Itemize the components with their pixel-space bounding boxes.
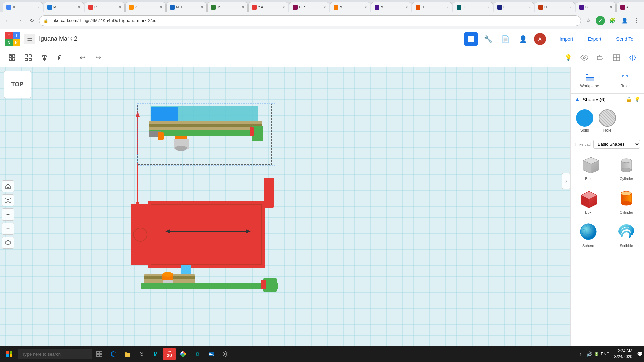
lang-label: ENG [601, 352, 610, 356]
tab-tr[interactable]: Tr × [3, 2, 43, 12]
notification-button[interactable]: 💬 [637, 351, 643, 357]
undo-button[interactable]: ↩ [75, 51, 89, 64]
svg-rect-3 [471, 39, 474, 42]
tab-h[interactable]: H × [412, 2, 452, 12]
extension-check-button[interactable]: ✓ [596, 16, 605, 25]
calendar-icon[interactable]: 20 20 [163, 348, 176, 360]
back-button[interactable]: ← [3, 16, 12, 25]
shape-item-cylinder-orange[interactable]: Cylinder [609, 185, 644, 216]
tab-m1[interactable]: M × [44, 2, 84, 12]
tab-c1[interactable]: C × [453, 2, 493, 12]
zoom-in-button[interactable]: + [2, 208, 14, 221]
shape-category-select[interactable]: Basic Shapes [593, 140, 640, 149]
tab-f[interactable]: F × [494, 2, 534, 12]
add-user-button[interactable]: 👤 [517, 32, 530, 46]
malwarebytes-icon[interactable]: M [149, 347, 162, 361]
shapes-row-2: Box [571, 185, 644, 216]
view-icon[interactable] [578, 52, 590, 64]
refresh-button[interactable]: ↻ [27, 16, 36, 25]
extensions-button[interactable]: 🧩 [608, 16, 617, 25]
system-tray: ↑↓ 🔊 🔋 ENG 2:24 AM 8/24/2020 💬 [580, 348, 643, 360]
taskview-button[interactable] [93, 347, 106, 361]
export-button[interactable]: Export [582, 34, 606, 44]
grid-icon[interactable] [610, 52, 623, 64]
svg-point-19 [583, 57, 585, 59]
group-button[interactable] [5, 51, 19, 64]
hole-label: Hole [603, 128, 612, 133]
steam-icon[interactable]: S [135, 347, 148, 361]
start-button[interactable] [1, 346, 17, 362]
isometric-view-button[interactable] [2, 237, 14, 249]
main-toolbar: ↩ ↪ 💡 [0, 48, 644, 67]
light-bulb-icon[interactable]: 💡 [562, 52, 574, 64]
shape-item-cylinder-gray[interactable]: Cylinder [609, 152, 644, 183]
svg-point-82 [621, 159, 632, 163]
shapes-panel-header: ▲ Shapes(6) 🔒 💡 [571, 94, 644, 105]
profile-button[interactable]: 👤 [620, 16, 629, 25]
shapes-collapse-button[interactable]: ▲ [575, 96, 580, 102]
shape-name-cylinder-gray: Cylinder [620, 177, 633, 181]
ruler-button[interactable]: Ruler [609, 70, 642, 90]
perspective-icon[interactable] [594, 52, 606, 64]
ungroup-button[interactable] [21, 51, 35, 64]
menu-button[interactable]: ⋮ [632, 16, 641, 25]
battery-icon[interactable]: 🔋 [594, 352, 599, 356]
sendto-button[interactable]: Send To [611, 34, 639, 44]
shape-item-box-red[interactable]: Box [571, 185, 606, 216]
workplane-label: Workplane [580, 84, 599, 88]
align-button[interactable] [38, 51, 51, 64]
tab-m3[interactable]: M × [371, 2, 411, 12]
svg-rect-101 [97, 354, 99, 357]
shape-item-scribble[interactable]: Scribble [609, 219, 644, 250]
document-button[interactable]: 📄 [499, 32, 513, 46]
tab-jc1[interactable]: Jc × [207, 2, 248, 12]
fit-view-button[interactable] [2, 194, 14, 206]
solid-button[interactable]: Solid [576, 109, 593, 133]
wrench-button[interactable]: 🔧 [482, 32, 495, 46]
grid-view-button[interactable] [464, 32, 478, 46]
delete-button[interactable] [54, 51, 67, 64]
shape-item-sphere[interactable]: Sphere [571, 219, 606, 250]
hamburger-menu-button[interactable]: ☰ [24, 34, 35, 44]
canvas-area[interactable]: TOP + − [0, 67, 570, 362]
redo-button[interactable]: ↪ [92, 51, 105, 64]
shapes-light-icon[interactable]: 💡 [634, 97, 640, 102]
clock-display[interactable]: 2:24 AM 8/24/2020 [612, 348, 635, 360]
tab-ya[interactable]: Y A × [248, 2, 288, 12]
chrome-icon[interactable] [176, 347, 190, 361]
edge-browser-icon[interactable] [107, 347, 120, 361]
tab-3[interactable]: 3 × [125, 2, 166, 12]
tab-r[interactable]: R × [85, 2, 125, 12]
tab-mh[interactable]: M H × [166, 2, 207, 12]
zoom-out-button[interactable]: − [2, 223, 14, 235]
tab-c2[interactable]: C × [576, 2, 616, 12]
profile-avatar[interactable]: A [534, 33, 546, 45]
arduino-icon[interactable]: ⌬ [191, 347, 204, 361]
settings-icon[interactable] [219, 347, 232, 361]
logo-n: N [5, 39, 13, 46]
forward-button[interactable]: → [15, 16, 24, 25]
mirror-icon[interactable] [627, 52, 639, 64]
shape-item-box-gray[interactable]: Box [571, 152, 606, 183]
svg-point-25 [7, 199, 9, 201]
photos-icon[interactable] [205, 347, 218, 361]
taskbar-search-input[interactable] [18, 349, 92, 359]
shapes-lock-icon[interactable]: 🔒 [626, 97, 632, 102]
svg-rect-102 [100, 354, 102, 357]
bookmark-button[interactable]: ☆ [584, 16, 593, 25]
network-icon[interactable]: ↑↓ [580, 351, 584, 357]
home-view-button[interactable] [2, 180, 14, 192]
import-button[interactable]: Import [554, 34, 579, 44]
hole-button[interactable]: Hole [599, 109, 616, 133]
solid-label: Solid [580, 128, 589, 133]
address-bar[interactable]: 🔒 tinkercad.com/things/4MZ4Ka4hDd1-iguan… [39, 15, 581, 26]
separator [550, 34, 550, 44]
svg-point-91 [621, 201, 632, 205]
tab-gr[interactable]: G R × [289, 2, 329, 12]
file-explorer-icon[interactable] [121, 347, 134, 361]
tab-a[interactable]: A × [616, 2, 644, 12]
tab-m2[interactable]: M × [330, 2, 370, 12]
volume-icon[interactable]: 🔊 [586, 351, 592, 357]
tab-d[interactable]: D × [535, 2, 575, 12]
workplane-button[interactable]: Workplane [573, 70, 606, 90]
